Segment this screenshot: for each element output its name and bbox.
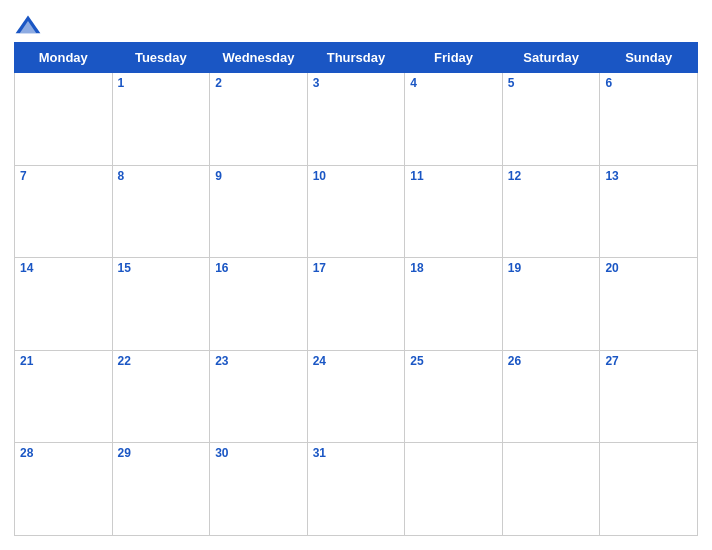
calendar-cell: 10 bbox=[307, 165, 405, 258]
calendar-cell: 4 bbox=[405, 73, 503, 166]
date-number: 1 bbox=[118, 76, 205, 90]
day-header-thursday: Thursday bbox=[307, 43, 405, 73]
date-number: 13 bbox=[605, 169, 692, 183]
calendar-cell: 20 bbox=[600, 258, 698, 351]
day-header-sunday: Sunday bbox=[600, 43, 698, 73]
calendar-cell: 6 bbox=[600, 73, 698, 166]
day-headers-row: MondayTuesdayWednesdayThursdayFridaySatu… bbox=[15, 43, 698, 73]
week-row-1: 123456 bbox=[15, 73, 698, 166]
calendar-cell bbox=[502, 443, 600, 536]
date-number: 28 bbox=[20, 446, 107, 460]
date-number: 21 bbox=[20, 354, 107, 368]
date-number: 26 bbox=[508, 354, 595, 368]
date-number: 17 bbox=[313, 261, 400, 275]
date-number: 15 bbox=[118, 261, 205, 275]
week-row-4: 21222324252627 bbox=[15, 350, 698, 443]
calendar-cell: 30 bbox=[210, 443, 308, 536]
date-number: 4 bbox=[410, 76, 497, 90]
day-header-tuesday: Tuesday bbox=[112, 43, 210, 73]
calendar-cell: 23 bbox=[210, 350, 308, 443]
calendar-cell bbox=[600, 443, 698, 536]
date-number: 3 bbox=[313, 76, 400, 90]
calendar-cell: 14 bbox=[15, 258, 113, 351]
calendar-header bbox=[14, 10, 698, 42]
calendar-cell: 19 bbox=[502, 258, 600, 351]
calendar-cell: 2 bbox=[210, 73, 308, 166]
calendar-cell: 15 bbox=[112, 258, 210, 351]
calendar-cell: 17 bbox=[307, 258, 405, 351]
calendar-cell: 11 bbox=[405, 165, 503, 258]
date-number: 24 bbox=[313, 354, 400, 368]
date-number: 2 bbox=[215, 76, 302, 90]
calendar-cell: 18 bbox=[405, 258, 503, 351]
calendar-cell: 31 bbox=[307, 443, 405, 536]
date-number: 12 bbox=[508, 169, 595, 183]
calendar-cell: 7 bbox=[15, 165, 113, 258]
date-number: 18 bbox=[410, 261, 497, 275]
day-header-friday: Friday bbox=[405, 43, 503, 73]
calendar-cell: 24 bbox=[307, 350, 405, 443]
calendar-cell: 25 bbox=[405, 350, 503, 443]
calendar-cell: 29 bbox=[112, 443, 210, 536]
date-number: 16 bbox=[215, 261, 302, 275]
week-row-3: 14151617181920 bbox=[15, 258, 698, 351]
logo-bird-icon bbox=[14, 14, 42, 36]
calendar-cell: 27 bbox=[600, 350, 698, 443]
day-header-wednesday: Wednesday bbox=[210, 43, 308, 73]
date-number: 23 bbox=[215, 354, 302, 368]
date-number: 10 bbox=[313, 169, 400, 183]
logo bbox=[14, 14, 45, 36]
calendar-cell: 12 bbox=[502, 165, 600, 258]
date-number: 27 bbox=[605, 354, 692, 368]
calendar-cell: 3 bbox=[307, 73, 405, 166]
calendar-cell: 21 bbox=[15, 350, 113, 443]
date-number: 19 bbox=[508, 261, 595, 275]
date-number: 25 bbox=[410, 354, 497, 368]
day-header-monday: Monday bbox=[15, 43, 113, 73]
date-number: 29 bbox=[118, 446, 205, 460]
calendar-cell: 13 bbox=[600, 165, 698, 258]
date-number: 22 bbox=[118, 354, 205, 368]
date-number: 14 bbox=[20, 261, 107, 275]
date-number: 7 bbox=[20, 169, 107, 183]
calendar-table: MondayTuesdayWednesdayThursdayFridaySatu… bbox=[14, 42, 698, 536]
week-row-2: 78910111213 bbox=[15, 165, 698, 258]
calendar-cell: 22 bbox=[112, 350, 210, 443]
calendar-cell: 9 bbox=[210, 165, 308, 258]
calendar-cell: 1 bbox=[112, 73, 210, 166]
calendar-cell: 16 bbox=[210, 258, 308, 351]
date-number: 8 bbox=[118, 169, 205, 183]
calendar-cell: 8 bbox=[112, 165, 210, 258]
date-number: 30 bbox=[215, 446, 302, 460]
calendar-cell bbox=[405, 443, 503, 536]
day-header-saturday: Saturday bbox=[502, 43, 600, 73]
calendar-cell: 26 bbox=[502, 350, 600, 443]
date-number: 5 bbox=[508, 76, 595, 90]
calendar-cell bbox=[15, 73, 113, 166]
calendar-cell: 5 bbox=[502, 73, 600, 166]
date-number: 31 bbox=[313, 446, 400, 460]
date-number: 9 bbox=[215, 169, 302, 183]
date-number: 11 bbox=[410, 169, 497, 183]
calendar-cell: 28 bbox=[15, 443, 113, 536]
date-number: 6 bbox=[605, 76, 692, 90]
week-row-5: 28293031 bbox=[15, 443, 698, 536]
date-number: 20 bbox=[605, 261, 692, 275]
